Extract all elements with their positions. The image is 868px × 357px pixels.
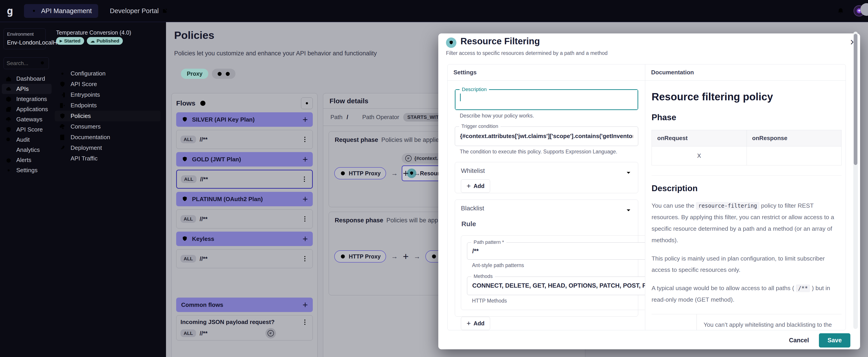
flow-row-selected[interactable]: ALL //**: [176, 170, 313, 189]
kebab-menu-icon[interactable]: [301, 136, 308, 143]
kebab-menu-icon[interactable]: [301, 319, 308, 326]
add-flow-icon[interactable]: +: [303, 234, 308, 244]
api-menu-endpoints[interactable]: Endpoints: [55, 100, 161, 111]
api-menu-entrypoints[interactable]: Entrypoints: [55, 90, 161, 100]
gear-icon: [59, 70, 66, 77]
http-proxy-node[interactable]: HTTP Proxy: [334, 250, 386, 263]
shield-icon: [181, 156, 188, 163]
entrypoint-endpoint-chip: [212, 69, 236, 79]
sidebar-item-gateways[interactable]: Gateways: [2, 114, 52, 125]
shield-icon: [181, 195, 188, 203]
whitelist-add-button[interactable]: + Add: [461, 180, 490, 193]
api-menu-documentation[interactable]: Documentation: [55, 132, 161, 142]
gear-icon: [303, 99, 311, 107]
flow-row[interactable]: ALL //**: [176, 209, 313, 228]
plan-header-gold[interactable]: GOLD (JWT Plan) +: [176, 152, 313, 166]
add-flow-icon[interactable]: +: [303, 115, 308, 125]
condition-if-badge: IF: [266, 328, 276, 338]
api-menu-api-score[interactable]: API Score: [55, 79, 161, 90]
plan-header-platinum[interactable]: PLATINUM (OAuth2 Plan) +: [176, 192, 313, 206]
doc-title: Resource filtering policy: [652, 91, 841, 103]
api-menu-configuration[interactable]: Configuration: [55, 68, 161, 79]
notifications-bell-icon[interactable]: [836, 6, 845, 15]
add-flow-icon[interactable]: +: [303, 154, 308, 164]
proxy-chip: Proxy: [181, 69, 208, 79]
rule-heading: Rule: [461, 220, 632, 228]
sidebar-item-apis[interactable]: APIs: [2, 84, 52, 94]
dialog-title: Resource Filtering: [461, 36, 540, 46]
sidebar-item-dashboard[interactable]: Dashboard: [2, 74, 52, 84]
alarm-clock-icon: [5, 157, 12, 164]
sidebar-item-settings[interactable]: Settings: [2, 165, 52, 175]
save-button[interactable]: Save: [819, 333, 850, 348]
scrollbar-thumb[interactable]: [854, 34, 857, 165]
tab-documentation[interactable]: Documentation: [645, 64, 846, 81]
path-pattern-field[interactable]: Path pattern *: [467, 242, 645, 260]
trigger-condition-input[interactable]: [455, 127, 638, 145]
gravitee-logo[interactable]: g: [7, 5, 13, 17]
path-pattern-input[interactable]: [467, 243, 645, 260]
trigger-condition-hint: The condition to execute this policy. Su…: [460, 149, 638, 155]
blacklist-label: Blacklist: [461, 205, 632, 212]
resize-handle-icon[interactable]: [632, 104, 636, 108]
add-flow-icon[interactable]: +: [303, 300, 308, 310]
plan-header-silver[interactable]: SILVER (API Key Plan) +: [176, 112, 313, 127]
api-menu-policies[interactable]: Policies: [55, 111, 161, 121]
phase-table: onRequest onResponse X: [652, 130, 841, 165]
status-badge-published: ☁Published: [87, 37, 123, 45]
doc-paragraph: This policy is mainly used in plan confi…: [652, 253, 841, 276]
cancel-button[interactable]: Cancel: [789, 337, 809, 344]
chevron-down-icon[interactable]: [625, 206, 632, 214]
add-policy-button[interactable]: +: [403, 251, 409, 262]
chevron-down-icon[interactable]: [625, 169, 632, 176]
add-flow-icon[interactable]: +: [303, 194, 308, 204]
developer-portal-link[interactable]: Developer Portal: [110, 7, 168, 15]
flow-row[interactable]: ALL //**: [176, 249, 313, 268]
kebab-menu-icon[interactable]: [301, 175, 308, 183]
sidebar-item-analytics[interactable]: Analytics: [2, 145, 52, 155]
kebab-menu-icon[interactable]: [301, 215, 308, 223]
tab-settings[interactable]: Settings: [447, 64, 645, 81]
sidebar-item-audit[interactable]: Audit: [2, 135, 52, 145]
api-menu-api-traffic[interactable]: API Traffic: [55, 153, 161, 164]
top-bar: g API Management Developer Portal ✦: [0, 0, 868, 22]
plan-header-keyless[interactable]: Keyless +: [176, 232, 313, 246]
description-field[interactable]: Description: [455, 89, 638, 110]
flows-settings-button[interactable]: [301, 97, 313, 109]
magnifier-check-icon: [5, 136, 12, 143]
description-textarea[interactable]: [456, 90, 638, 109]
dialog-subtitle: Filter access to specific resources dete…: [446, 50, 608, 56]
sidebar-item-applications[interactable]: Applications: [2, 104, 52, 114]
methods-field[interactable]: Methods CONNECT, DELETE, GET, HEAD, OPTI…: [467, 277, 645, 295]
trigger-condition-field[interactable]: Trigger condition: [455, 127, 638, 146]
sidebar-item-alerts[interactable]: Alerts: [2, 155, 52, 165]
sidebar-item-integrations[interactable]: Integrations: [2, 94, 52, 104]
kebab-menu-icon[interactable]: [301, 255, 308, 262]
methods-hint: HTTP Methods: [472, 298, 645, 304]
doc-paragraph: You can use the resource-filtering polic…: [652, 200, 841, 246]
doc-description-heading: Description: [652, 184, 841, 193]
globe-icon: [216, 71, 223, 77]
api-menu-consumers[interactable]: Consumers: [55, 121, 161, 132]
text-caret: [460, 94, 461, 101]
shield-gear-icon: [59, 112, 66, 120]
sidebar-search[interactable]: [4, 57, 49, 69]
info-icon[interactable]: [199, 99, 207, 107]
api-management-switcher[interactable]: API Management: [24, 4, 98, 18]
sidebar-item-api-score[interactable]: API Score: [2, 125, 52, 135]
environment-selector[interactable]: Environment Env-LondonLocalHost ▾: [4, 29, 46, 49]
blacklist-add-button[interactable]: + Add: [461, 317, 490, 330]
api-menu-deployment[interactable]: Deployment: [55, 142, 161, 153]
flow-row-incoming-json[interactable]: Incoming JSON payload request? ALL //** …: [176, 315, 313, 340]
arrow-out-icon: [59, 102, 66, 109]
search-input[interactable]: [6, 60, 39, 66]
add-policy-button[interactable]: +: [403, 168, 409, 179]
shield-check-icon: [59, 81, 66, 88]
warning-text: You can’t apply whitelisting and blackli…: [697, 314, 841, 330]
http-proxy-node[interactable]: HTTP Proxy: [334, 167, 386, 180]
status-badge-started: ▶Started: [56, 37, 84, 45]
plan-header-common-flows[interactable]: Common flows +: [176, 298, 313, 312]
flow-arrow-icon: →: [414, 253, 421, 260]
flow-row[interactable]: ALL //**: [176, 130, 313, 149]
dialog-scrollbar[interactable]: [853, 32, 858, 329]
